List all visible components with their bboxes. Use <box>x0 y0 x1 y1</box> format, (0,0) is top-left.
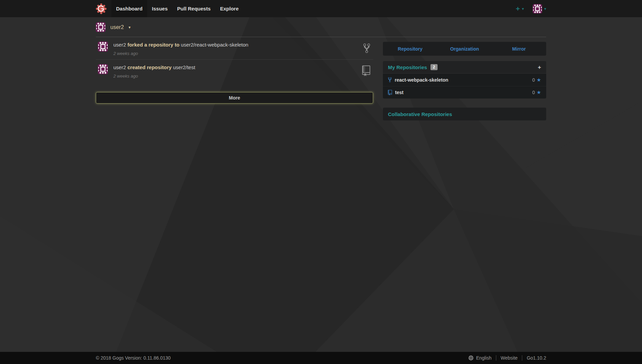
plus-icon: + <box>516 5 520 12</box>
page-footer: © 2018 Gogs Version: 0.11.86.0130 Englis… <box>0 352 642 364</box>
dashboard-main: user2 ▾ <box>96 17 546 352</box>
copyright-text: © 2018 Gogs Version: 0.11.86.0130 <box>96 355 171 361</box>
top-navbar: Dashboard Issues Pull Requests Explore +… <box>0 0 642 17</box>
my-repositories-title[interactable]: My Repositories <box>388 64 427 70</box>
globe-icon <box>468 355 474 361</box>
feed-item: user2 created repository user2/test 2 we… <box>96 59 373 82</box>
my-repositories-header: My Repositories 2 + <box>383 61 546 74</box>
gogs-logo[interactable] <box>96 3 107 14</box>
chevron-down-icon: ▾ <box>522 6 524 11</box>
my-repositories-panel: My Repositories 2 + react-webpack-skelet… <box>383 61 546 99</box>
feed-target-repo-link[interactable]: user2/react-webpack-skeleton <box>181 42 248 48</box>
star-count: 0 <box>532 77 535 83</box>
gogs-logo-icon <box>96 3 107 14</box>
avatar[interactable] <box>98 41 108 52</box>
star-icon: ★ <box>537 77 541 83</box>
collaborative-repositories-panel: Collaborative Repositories <box>383 108 546 120</box>
chevron-down-icon: ▾ <box>129 25 131 30</box>
star-count: 0 <box>532 90 535 95</box>
repo-book-icon <box>388 90 392 95</box>
fork-icon <box>388 77 392 83</box>
tab-organization[interactable]: Organization <box>437 42 492 56</box>
nav-item-pull-requests[interactable]: Pull Requests <box>172 0 215 17</box>
language-selector[interactable]: English <box>464 355 496 361</box>
collaborative-repositories-title[interactable]: Collaborative Repositories <box>388 111 452 117</box>
go-version-label: Go1.10.2 <box>527 355 546 361</box>
context-user-name: user2 <box>110 24 124 30</box>
go-version-text: Go1.10.2 <box>522 355 546 361</box>
repo-book-icon <box>362 65 370 78</box>
tab-mirror[interactable]: Mirror <box>492 42 546 56</box>
fork-icon <box>363 43 370 55</box>
nav-item-issues[interactable]: Issues <box>147 0 172 17</box>
create-new-dropdown[interactable]: + ▾ <box>516 5 524 12</box>
feed-item: user2 forked a repository to user2/react… <box>96 37 373 59</box>
repo-name: react-webpack-skeleton <box>395 77 448 83</box>
language-label: English <box>476 355 492 361</box>
context-user-switcher[interactable]: user2 ▾ <box>96 17 131 32</box>
nav-item-explore[interactable]: Explore <box>215 0 243 17</box>
avatar[interactable] <box>98 64 108 74</box>
feed-timestamp: 2 weeks ago <box>113 74 362 79</box>
repo-type-tabbar: Repository Organization Mirror <box>383 42 546 56</box>
user-menu-dropdown[interactable]: ▾ <box>533 4 546 13</box>
tab-repository[interactable]: Repository <box>383 42 437 56</box>
feed-action-text: forked a repository to <box>128 42 179 48</box>
avatar <box>533 4 542 13</box>
feed-action-text: created repository <box>128 64 172 70</box>
dashboard-sidebar: Repository Organization Mirror My Reposi… <box>383 37 546 120</box>
feed-actor-link[interactable]: user2 <box>113 64 126 70</box>
repo-count-badge: 2 <box>430 64 438 70</box>
website-link[interactable]: Website <box>496 355 522 361</box>
feed-target-repo-link[interactable]: user2/test <box>173 64 195 70</box>
star-icon: ★ <box>537 89 541 95</box>
repo-name: test <box>395 90 403 95</box>
avatar <box>96 22 106 32</box>
feed-actor-link[interactable]: user2 <box>113 42 126 48</box>
feed-timestamp: 2 weeks ago <box>113 51 363 56</box>
repo-list-item[interactable]: test 0 ★ <box>383 86 546 99</box>
repo-list-item[interactable]: react-webpack-skeleton 0 ★ <box>383 74 546 86</box>
activity-feed: user2 forked a repository to user2/react… <box>96 37 373 104</box>
new-repo-plus-icon[interactable]: + <box>538 64 541 70</box>
nav-item-dashboard[interactable]: Dashboard <box>111 0 147 17</box>
chevron-down-icon: ▾ <box>544 6 546 11</box>
website-label: Website <box>501 355 518 361</box>
more-button[interactable]: More <box>96 92 373 104</box>
